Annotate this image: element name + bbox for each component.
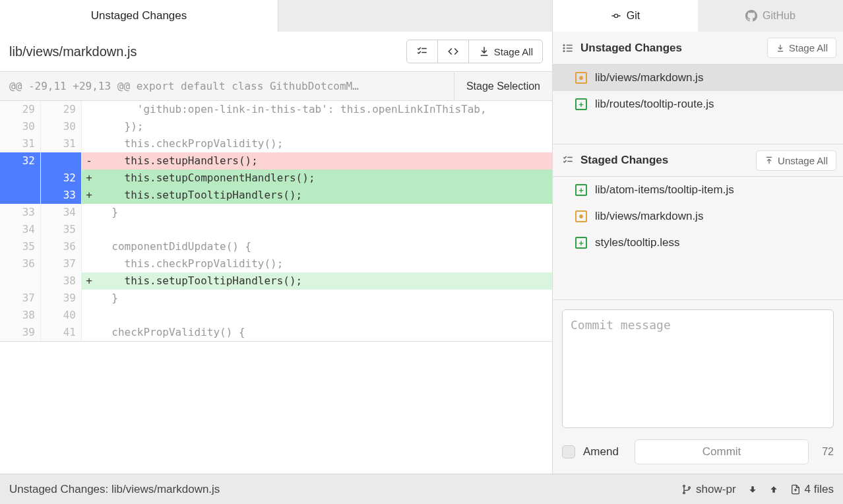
diff-marker xyxy=(82,324,96,341)
diff-line[interactable]: 32+ this.setupComponentHandlers(); xyxy=(0,170,552,187)
tab-github-label: GitHub xyxy=(763,10,796,22)
file-item[interactable]: lib/routes/tooltip-route.js xyxy=(553,91,843,117)
diff-marker xyxy=(82,290,96,307)
status-push[interactable] xyxy=(769,485,778,494)
gutter-old xyxy=(0,170,41,187)
diff-marker xyxy=(82,135,96,152)
svg-point-4 xyxy=(683,485,685,487)
file-item[interactable]: lib/views/markdown.js xyxy=(553,203,843,230)
gutter-old: 35 xyxy=(0,238,41,255)
gutter-old: 39 xyxy=(0,324,41,341)
gutter-new: 37 xyxy=(41,255,82,272)
branch-name: show-pr xyxy=(696,483,735,496)
diff-code xyxy=(96,221,552,238)
diff-marker xyxy=(82,101,96,118)
tab-git[interactable]: Git xyxy=(553,0,698,32)
diff-line[interactable]: 3941 checkPropValidity() { xyxy=(0,324,552,341)
modified-icon xyxy=(575,210,587,222)
file-item[interactable]: lib/atom-items/tooltip-item.js xyxy=(553,177,843,203)
diff-line[interactable]: 3334 } xyxy=(0,204,552,221)
amend-label: Amend xyxy=(583,445,619,458)
arrow-down-icon xyxy=(748,485,757,494)
added-icon xyxy=(575,237,587,249)
file-path-label: lib/views/markdown.js xyxy=(595,71,703,84)
svg-point-6 xyxy=(689,487,691,489)
status-pull[interactable] xyxy=(748,485,757,494)
gutter-new: 39 xyxy=(41,290,82,307)
list-check-icon xyxy=(416,46,428,57)
svg-point-2 xyxy=(563,47,565,49)
added-icon xyxy=(575,98,587,110)
hunk-header-text: @@ -29,11 +29,13 @@ export default class… xyxy=(0,72,454,100)
tab-github[interactable]: GitHub xyxy=(698,0,843,32)
diff-line[interactable]: 3536 componentDidUpdate() { xyxy=(0,238,552,255)
stage-all-button[interactable]: Stage All xyxy=(468,40,543,63)
amend-checkbox[interactable] xyxy=(562,445,575,458)
diff-marker xyxy=(82,238,96,255)
tab-unstaged-changes[interactable]: Unstaged Changes xyxy=(0,0,278,32)
gutter-new xyxy=(41,152,82,170)
toggle-hunk-mode-button[interactable] xyxy=(406,40,438,63)
svg-point-5 xyxy=(683,492,685,494)
gutter-old xyxy=(0,187,41,204)
diff-line[interactable]: 3739 } xyxy=(0,290,552,307)
unstage-all-button[interactable]: Unstage All xyxy=(756,150,836,171)
tab-empty xyxy=(278,0,552,32)
status-left-text: Unstaged Changes: lib/views/markdown.js xyxy=(9,483,220,496)
stage-all-side-label: Stage All xyxy=(789,42,828,53)
diff-marker xyxy=(82,221,96,238)
svg-point-0 xyxy=(614,14,617,17)
file-path-label: lib/views/markdown.js xyxy=(595,210,703,223)
diff-code: this.setupTooltipHandlers(); xyxy=(96,187,552,204)
checklist-icon xyxy=(562,154,574,166)
commit-button[interactable]: Commit xyxy=(635,439,809,464)
tab-label: Unstaged Changes xyxy=(91,9,187,22)
diff-line[interactable]: 38+ this.setupTooltipHandlers(); xyxy=(0,272,552,290)
stage-all-side-button[interactable]: Stage All xyxy=(767,38,836,58)
file-path-label: lib/routes/tooltip-route.js xyxy=(595,98,714,111)
diff-view[interactable]: 2929 'github:open-link-in-this-tab': thi… xyxy=(0,101,552,342)
diff-line[interactable]: 32- this.setupHandlers(); xyxy=(0,152,552,170)
toggle-diff-view-button[interactable] xyxy=(437,40,469,63)
diff-code: } xyxy=(96,290,552,307)
code-icon xyxy=(447,46,459,57)
gutter-new: 40 xyxy=(41,307,82,324)
status-files[interactable]: 4 files xyxy=(790,483,834,496)
diff-marker xyxy=(82,255,96,272)
diff-line[interactable]: 33+ this.setupTooltipHandlers(); xyxy=(0,187,552,204)
diff-line[interactable]: 3840 xyxy=(0,307,552,324)
gutter-old: 34 xyxy=(0,221,41,238)
gutter-old: 33 xyxy=(0,204,41,221)
diff-code: this.checkPropValidity(); xyxy=(96,255,552,272)
diff-line[interactable]: 3131 this.checkPropValidity(); xyxy=(0,135,552,152)
diff-line[interactable]: 3637 this.checkPropValidity(); xyxy=(0,255,552,272)
gutter-new: 33 xyxy=(41,187,82,204)
tab-git-label: Git xyxy=(627,10,640,22)
diff-line[interactable]: 3435 xyxy=(0,221,552,238)
gutter-new: 34 xyxy=(41,204,82,221)
gutter-new: 31 xyxy=(41,135,82,152)
staged-title: Staged Changes xyxy=(580,154,668,167)
svg-point-3 xyxy=(563,50,565,51)
unstage-all-label: Unstage All xyxy=(778,155,828,166)
diff-marker xyxy=(82,204,96,221)
diff-line[interactable]: 2929 'github:open-link-in-this-tab': thi… xyxy=(0,101,552,118)
stage-selection-button[interactable]: Stage Selection xyxy=(454,73,552,100)
gutter-old xyxy=(0,272,41,290)
git-commit-icon xyxy=(611,11,621,21)
arrow-up-icon xyxy=(769,485,778,494)
diff-line[interactable]: 3030 }); xyxy=(0,118,552,135)
status-branch[interactable]: show-pr xyxy=(681,483,735,496)
file-item[interactable]: styles/tooltip.less xyxy=(553,230,843,256)
diff-code: this.setupTooltipHandlers(); xyxy=(96,272,552,290)
github-icon xyxy=(745,10,757,22)
modified-icon xyxy=(575,72,587,84)
unstaged-title: Unstaged Changes xyxy=(580,42,682,55)
file-item[interactable]: lib/views/markdown.js xyxy=(553,65,843,91)
diff-marker: + xyxy=(82,272,96,290)
gutter-old: 29 xyxy=(0,101,41,118)
gutter-old: 36 xyxy=(0,255,41,272)
gutter-new: 30 xyxy=(41,118,82,135)
commit-message-input[interactable] xyxy=(562,309,834,428)
diff-code: componentDidUpdate() { xyxy=(96,238,552,255)
